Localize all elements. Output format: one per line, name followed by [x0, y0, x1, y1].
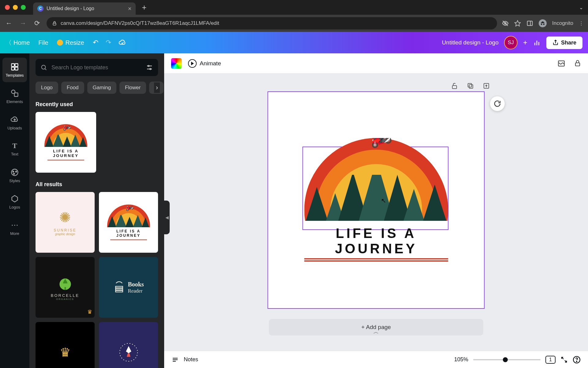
background-color-picker[interactable]	[171, 58, 182, 69]
editor-area: Animate	[164, 53, 588, 368]
insights-icon[interactable]	[533, 39, 541, 47]
svg-rect-13	[15, 67, 18, 70]
animate-button[interactable]: Animate	[188, 59, 221, 68]
resize-button[interactable]: Resize	[57, 39, 84, 46]
svg-rect-12	[12, 67, 14, 70]
maximize-window-icon[interactable]	[21, 5, 26, 10]
template-thumb-crown[interactable]: ♛	[36, 322, 95, 368]
zoom-slider[interactable]	[473, 359, 541, 360]
file-menu[interactable]: File	[38, 39, 48, 46]
lock-page-icon[interactable]	[574, 59, 581, 67]
eye-off-icon[interactable]	[502, 20, 509, 27]
lock-icon	[52, 21, 57, 26]
rail-elements[interactable]: Elements	[2, 84, 27, 109]
svg-rect-0	[53, 23, 56, 25]
canva-favicon-icon: C	[37, 6, 43, 12]
add-collaborator-button[interactable]: +	[523, 38, 527, 47]
new-tab-button[interactable]: +	[142, 3, 146, 12]
forward-button: →	[18, 19, 28, 27]
page-tray-toggle-icon[interactable]: ︿	[373, 328, 379, 335]
design-page[interactable]: 🏍️ LIFE IS A JOURNEY ↖	[268, 92, 484, 308]
close-tab-icon[interactable]: ×	[128, 5, 132, 12]
context-toolbar: Animate	[164, 53, 588, 74]
svg-point-18	[13, 171, 14, 172]
window-titlebar: C Untitled design - Logo × + ⌄	[0, 0, 588, 15]
filter-icon[interactable]	[146, 64, 153, 71]
rail-uploads[interactable]: Uploads	[2, 110, 27, 135]
help-icon[interactable]	[573, 356, 581, 364]
svg-rect-32	[116, 290, 123, 292]
svg-point-25	[148, 65, 149, 67]
rail-styles[interactable]: Styles	[2, 163, 27, 188]
chip-flower[interactable]: Flower	[119, 82, 146, 94]
svg-rect-31	[116, 288, 123, 290]
svg-marker-21	[12, 195, 18, 202]
minimize-window-icon[interactable]	[13, 5, 18, 10]
template-thumb-borcelle[interactable]: BORCELLE ORGANICS ♛	[36, 257, 95, 318]
svg-point-47	[576, 361, 577, 362]
unlock-page-icon[interactable]	[451, 82, 458, 90]
template-thumb-journey[interactable]: 🏍️ LIFE IS A JOURNEY	[99, 192, 158, 253]
svg-rect-30	[116, 286, 123, 288]
template-thumb-books[interactable]: Books Reader	[99, 257, 158, 318]
share-button[interactable]: Share	[546, 36, 582, 49]
document-title[interactable]: Untitled design - Logo	[442, 39, 499, 46]
fullscreen-icon[interactable]	[560, 356, 568, 363]
notes-icon[interactable]	[172, 356, 179, 363]
page-indicator[interactable]: 1	[545, 356, 556, 364]
svg-point-20	[13, 173, 15, 174]
undo-button[interactable]: ↶	[93, 39, 98, 47]
chip-logo[interactable]: Logo	[36, 82, 58, 94]
search-icon	[40, 64, 47, 71]
template-thumb-rocket[interactable]	[99, 322, 158, 368]
chip-scroll-right-icon[interactable]: ›	[154, 82, 160, 93]
chip-row: Logo Food Gaming Flower S ›	[36, 82, 158, 94]
home-button[interactable]: 〈 Home	[6, 39, 30, 47]
panel-icon[interactable]	[526, 20, 533, 27]
home-label: Home	[13, 39, 30, 46]
rail-templates[interactable]: Templates	[2, 58, 27, 82]
bookmark-star-icon[interactable]	[514, 20, 521, 27]
user-avatar[interactable]: SJ	[504, 36, 518, 49]
position-icon[interactable]	[557, 59, 565, 67]
close-window-icon[interactable]	[5, 5, 10, 10]
duplicate-page-icon[interactable]	[467, 82, 474, 90]
templates-panel: Logo Food Gaming Flower S › Recently use…	[29, 53, 164, 368]
upload-page-icon[interactable]	[483, 82, 490, 90]
reload-button[interactable]: ⟳	[32, 19, 42, 27]
rail-more[interactable]: ⋯ More	[2, 216, 27, 240]
editor-footer: Notes 105% 1	[164, 351, 588, 368]
template-search[interactable]	[36, 59, 158, 76]
rail-logos[interactable]: Logos	[2, 190, 27, 214]
cloud-sync-icon[interactable]	[119, 39, 126, 47]
text-icon: T	[12, 142, 17, 150]
canvas-stage[interactable]: 🏍️ LIFE IS A JOURNEY ↖ + Add page ︿	[164, 74, 588, 351]
svg-point-19	[16, 171, 17, 172]
incognito-avatar-icon[interactable]	[539, 19, 547, 27]
tab-overflow-icon[interactable]: ⌄	[579, 5, 583, 10]
svg-point-27	[150, 68, 151, 70]
chip-gaming[interactable]: Gaming	[87, 82, 117, 94]
animate-icon	[188, 59, 197, 68]
recent-template-thumb[interactable]: 🏍️ LIFE IS A JOURNEY	[36, 112, 96, 173]
browser-tab[interactable]: C Untitled design - Logo ×	[33, 2, 136, 15]
logo-headline[interactable]: LIFE IS A JOURNEY	[303, 226, 450, 256]
zoom-level[interactable]: 105%	[454, 356, 468, 363]
back-button[interactable]: ←	[4, 19, 13, 27]
premium-crown-icon: ♛	[87, 309, 92, 315]
svg-rect-37	[469, 85, 473, 88]
url-text: canva.com/design/DAFNV2ps0cQ/T17wz8eaGT6…	[61, 20, 219, 26]
kebab-menu-icon[interactable]: ⋮	[579, 21, 584, 26]
chip-food[interactable]: Food	[61, 82, 84, 94]
tab-title: Untitled design - Logo	[47, 6, 94, 11]
more-icon: ⋯	[11, 221, 18, 229]
template-thumb-sunrise[interactable]: ✺ SUNRISE graphic design	[36, 192, 95, 253]
rail-text[interactable]: T Text	[2, 137, 27, 161]
address-bar[interactable]: canva.com/design/DAFNV2ps0cQ/T17wz8eaGT6…	[47, 17, 497, 29]
window-controls[interactable]	[5, 5, 26, 10]
svg-rect-11	[15, 63, 18, 66]
notes-button[interactable]: Notes	[184, 356, 198, 363]
regenerate-button[interactable]	[490, 96, 505, 111]
search-input[interactable]	[51, 64, 141, 71]
svg-rect-35	[575, 63, 580, 66]
